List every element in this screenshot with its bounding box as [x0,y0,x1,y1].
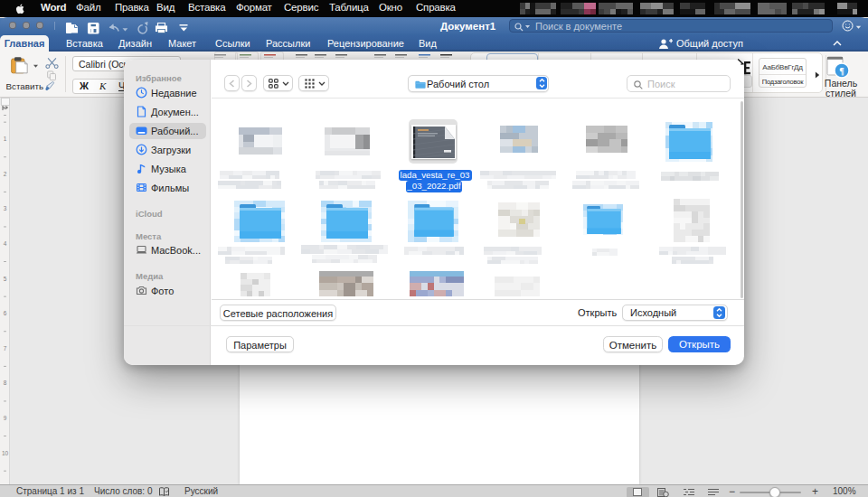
svg-text:3: 3 [4,205,7,211]
svg-text:5: 5 [4,276,7,282]
svg-text:6: 6 [4,310,7,316]
svg-text:1: 1 [4,136,7,142]
svg-text:9: 9 [4,415,7,421]
svg-text:2: 2 [4,171,7,177]
svg-text:¶: ¶ [839,66,844,76]
svg-text:8: 8 [4,380,7,386]
svg-text:10: 10 [2,450,9,456]
svg-text:7: 7 [4,345,7,352]
svg-text:4: 4 [4,240,7,247]
